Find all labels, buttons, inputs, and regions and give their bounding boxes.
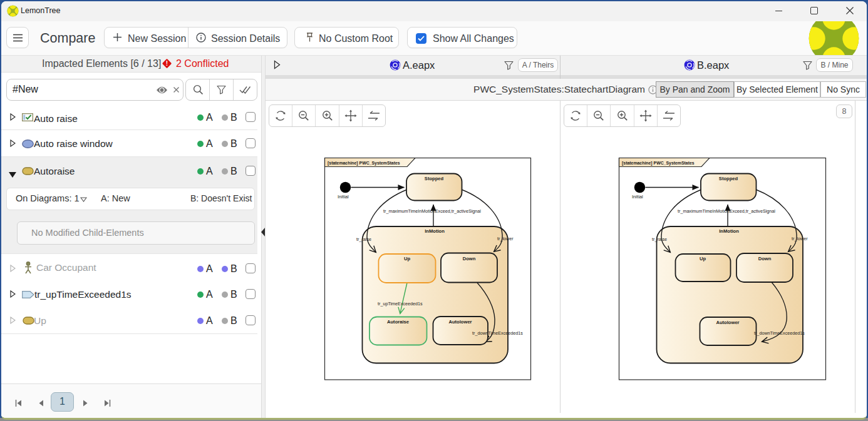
svg-text:tr_downTimeExceeded1s: tr_downTimeExceeded1s	[754, 330, 805, 336]
svg-text:InMotion: InMotion	[425, 228, 445, 234]
svg-text:Up: Up	[700, 256, 706, 261]
svg-text:tr_lower: tr_lower	[792, 236, 808, 241]
svg-text:[statemachine] PWC_SystemState: [statemachine] PWC_SystemStates	[622, 161, 695, 166]
svg-text:Stopped: Stopped	[719, 176, 738, 181]
svg-text:Autoraise: Autoraise	[387, 319, 409, 325]
svg-text:Autolower: Autolower	[716, 320, 739, 325]
svg-text:Initial: Initial	[632, 194, 643, 200]
svg-text:tr_upTimeExceeded1s: tr_upTimeExceeded1s	[378, 301, 423, 307]
svg-text:Down: Down	[463, 256, 476, 261]
svg-text:tr_raise: tr_raise	[356, 236, 371, 242]
svg-text:tr_downTimeExceeded1s: tr_downTimeExceeded1s	[472, 330, 523, 336]
svg-text:[statemachine] PWC_SystemState: [statemachine] PWC_SystemStates	[328, 161, 400, 166]
svg-text:Initial: Initial	[338, 194, 349, 200]
svg-text:tr_maximumTimeInMotionExceed,t: tr_maximumTimeInMotionExceed,tr_activeSi…	[678, 208, 775, 214]
svg-text:Up: Up	[404, 256, 410, 261]
svg-text:Down: Down	[758, 256, 772, 261]
svg-text:InMotion: InMotion	[719, 228, 739, 234]
svg-text:Autolower: Autolower	[448, 319, 472, 325]
svg-text:tr_maximumTimeInMotionExceed,t: tr_maximumTimeInMotionExceed,tr_activeSi…	[383, 208, 481, 214]
svg-text:Stopped: Stopped	[425, 176, 444, 181]
svg-text:tr_lower: tr_lower	[497, 236, 514, 241]
svg-text:tr_raise: tr_raise	[652, 236, 667, 242]
svg-text:!: !	[166, 60, 168, 67]
